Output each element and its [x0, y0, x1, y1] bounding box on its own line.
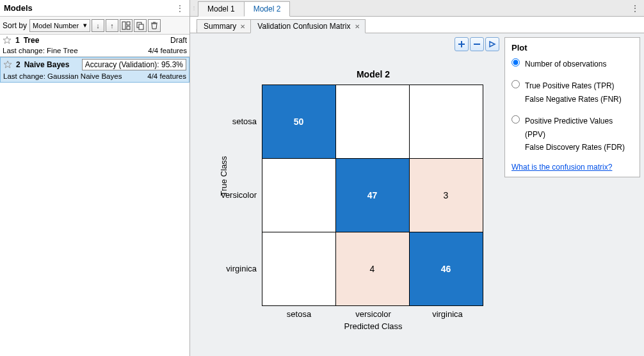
model-last-change: Last change: Gaussian Naive Bayes	[3, 72, 122, 80]
y-axis-label: True Class	[219, 156, 229, 196]
view-tab[interactable]: Summary✕	[197, 19, 251, 33]
models-menu-icon[interactable]: ⋮	[173, 4, 186, 13]
model-features: 4/4 features	[148, 47, 187, 54]
svg-rect-1	[127, 22, 130, 25]
radio-input[interactable]	[511, 58, 520, 67]
sort-label: Sort by	[3, 21, 27, 30]
plot-option[interactable]: True Positive Rates (TPR)False Negative …	[511, 79, 633, 106]
svg-rect-4	[139, 24, 143, 29]
matrix-cell: 46	[409, 232, 483, 306]
matrix-cell: 4	[335, 232, 410, 306]
model-badge: Accuracy (Validation): 95.3%	[82, 59, 186, 70]
matrix-cell: 3	[409, 158, 483, 232]
view-tab[interactable]: Validation Confusion Matrix✕	[250, 19, 365, 33]
model-features: 4/4 features	[147, 72, 186, 80]
sort-select-value: Model Number	[33, 22, 79, 29]
radio-input[interactable]	[511, 80, 520, 88]
chart-title: Model 2	[357, 69, 390, 79]
col-label: versicolor	[336, 305, 410, 319]
view-menu-icon[interactable]: ⋮	[626, 4, 644, 13]
matrix-cell: 47	[335, 158, 410, 232]
model-badge: Draft	[170, 36, 187, 45]
model-number: 1	[15, 36, 20, 45]
matrix-cell	[262, 232, 336, 306]
close-icon[interactable]: ✕	[240, 23, 245, 30]
chart-area: Model 2 True Class setosa50versicolor473…	[190, 33, 504, 356]
chevron-down-icon: ▾	[83, 21, 87, 29]
option-label: Positive Predictive Values (PPV)False Di…	[525, 115, 633, 154]
sort-asc-button[interactable]: ↑	[106, 19, 118, 32]
x-axis-label: Predicted Class	[262, 319, 485, 331]
model-last-change: Last change: Fine Tree	[3, 47, 78, 54]
row-label: setosa	[216, 117, 262, 126]
zoom-out-button[interactable]	[470, 37, 484, 51]
layout-button[interactable]	[120, 19, 133, 32]
delete-button[interactable]	[148, 19, 161, 32]
copy-button[interactable]	[134, 19, 147, 32]
matrix-cell	[335, 85, 410, 159]
matrix-cell	[262, 158, 336, 232]
tab-label: Summary	[204, 22, 236, 31]
zoom-in-button[interactable]	[455, 37, 469, 51]
models-panel: Models ⋮ Sort by Model Number ▾ ↓ ↑ 1Tre…	[0, 0, 190, 356]
models-title: Models	[4, 3, 33, 13]
model-tab[interactable]: Model 2	[244, 1, 291, 17]
favorite-star-icon[interactable]	[3, 60, 12, 69]
help-link[interactable]: What is the confusion matrix?	[511, 163, 612, 172]
expand-button[interactable]	[485, 37, 499, 51]
option-label: True Positive Rates (TPR)False Negative …	[525, 79, 622, 106]
model-tab[interactable]: Model 1	[198, 1, 245, 17]
model-number: 2	[16, 60, 20, 69]
plot-panel-title: Plot	[511, 43, 633, 53]
favorite-star-icon[interactable]	[3, 36, 12, 45]
model-tabs: ⋮⋮ Model 1Model 2 ⋮	[190, 0, 644, 17]
matrix-cell	[409, 85, 483, 159]
matrix-cell: 50	[262, 85, 336, 159]
sort-desc-button[interactable]: ↓	[92, 19, 104, 32]
model-name: Tree	[24, 36, 40, 45]
sort-select[interactable]: Model Number ▾	[29, 19, 90, 32]
col-label: virginica	[410, 305, 485, 319]
model-item[interactable]: 2Naive BayesAccuracy (Validation): 95.3%…	[0, 57, 189, 83]
radio-input[interactable]	[511, 115, 520, 124]
model-item[interactable]: 1TreeDraftLast change: Fine Tree4/4 feat…	[0, 35, 189, 57]
col-label: setosa	[262, 305, 336, 319]
svg-rect-2	[127, 26, 130, 29]
view-tabs: ⋮⋮ Summary✕Validation Confusion Matrix✕	[190, 17, 644, 33]
model-name: Naive Bayes	[24, 60, 70, 69]
plot-option[interactable]: Positive Predictive Values (PPV)False Di…	[511, 115, 633, 154]
confusion-matrix: Model 2 True Class setosa50versicolor473…	[216, 85, 485, 331]
svg-rect-0	[122, 22, 125, 29]
option-label: Number of observations	[525, 58, 606, 70]
row-label: virginica	[216, 264, 262, 273]
plot-options-panel: Plot Number of observationsTrue Positive…	[504, 37, 640, 177]
plot-option[interactable]: Number of observations	[511, 58, 633, 70]
close-icon[interactable]: ✕	[355, 23, 360, 30]
tab-label: Validation Confusion Matrix	[257, 22, 350, 31]
